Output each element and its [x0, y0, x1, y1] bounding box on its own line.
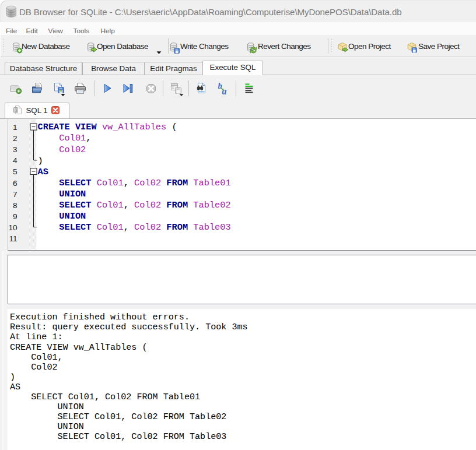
- svg-text:a: a: [222, 86, 227, 96]
